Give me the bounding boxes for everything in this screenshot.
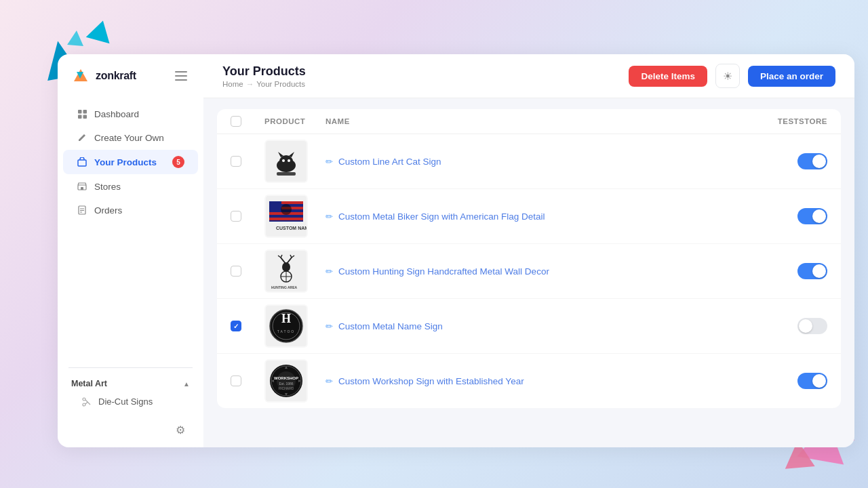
- app-logo-icon: [71, 66, 90, 85]
- row5-checkbox[interactable]: [231, 375, 241, 386]
- svg-rect-2: [78, 115, 82, 119]
- row4-toggle[interactable]: [797, 318, 827, 334]
- svg-text:CUSTOM NAME: CUSTOM NAME: [276, 226, 307, 230]
- row3-product-name: Custom Hunting Sign Handcrafted Metal Wa…: [338, 266, 549, 277]
- row1-edit-icon[interactable]: ✏: [326, 157, 333, 167]
- page-title: Your Products: [222, 64, 629, 79]
- products-label: Your Products: [94, 157, 157, 167]
- row3-checkbox[interactable]: [231, 266, 241, 277]
- app-name: zonkraft: [96, 70, 136, 82]
- svg-rect-29: [269, 201, 281, 212]
- row4-edit-icon[interactable]: ✏: [326, 321, 333, 331]
- main-container: zonkraft Dashboard Create Your Own: [58, 54, 854, 447]
- sidebar-item-products[interactable]: Your Products 5: [63, 150, 198, 174]
- row1-toggle[interactable]: [797, 153, 827, 169]
- dashboard-label: Dashboard: [94, 109, 139, 119]
- col-teststore: TESTSTORE: [746, 117, 827, 125]
- sidebar-item-die-cut-signs[interactable]: Die-Cut Signs: [63, 392, 198, 411]
- row2-product-name: Custom Metal Biker Sign with American Fl…: [338, 211, 545, 222]
- row1-product-name: Custom Line Art Cat Sign: [338, 157, 441, 167]
- row5-toggle[interactable]: [797, 373, 827, 389]
- products-card: PRODUCT NAME TESTSTORE: [217, 109, 841, 408]
- row2-checkbox-cell: [231, 211, 258, 222]
- row4-product-image: H TATOO: [264, 304, 308, 348]
- delete-items-button[interactable]: Delete Items: [629, 66, 707, 87]
- breadcrumb-home[interactable]: Home: [222, 80, 243, 88]
- svg-rect-4: [78, 160, 86, 166]
- chevron-up-icon: ▲: [183, 380, 190, 388]
- row3-checkbox-cell: [231, 266, 258, 277]
- settings-button[interactable]: ⚙: [171, 420, 190, 439]
- row5-image-cell: WORKSHOP Est. 1986 RICHARD: [264, 359, 319, 403]
- row3-edit-icon[interactable]: ✏: [326, 266, 333, 277]
- svg-text:H: H: [281, 312, 291, 325]
- table-header: PRODUCT NAME TESTSTORE: [217, 109, 841, 134]
- svg-rect-28: [269, 218, 303, 220]
- row2-toggle-cell: [746, 208, 827, 224]
- row2-product-image: CUSTOM NAME: [264, 195, 308, 238]
- row3-toggle[interactable]: [797, 263, 827, 279]
- products-badge: 5: [172, 156, 184, 168]
- breadcrumb: Home → Your Products: [222, 80, 629, 88]
- svg-point-30: [281, 204, 292, 215]
- stores-icon: [77, 181, 87, 192]
- row4-toggle-cell: [746, 318, 827, 334]
- sidebar-item-dashboard[interactable]: Dashboard: [63, 102, 198, 125]
- row5-product-image: WORKSHOP Est. 1986 RICHARD: [264, 359, 308, 403]
- svg-text:HUNTING AREA: HUNTING AREA: [271, 285, 298, 289]
- row4-checkbox[interactable]: [231, 321, 241, 331]
- theme-toggle-button[interactable]: ☀: [715, 64, 740, 88]
- row1-product-image: [264, 140, 308, 183]
- svg-point-11: [83, 398, 85, 401]
- row5-toggle-cell: [746, 373, 827, 389]
- table-row: HUNTING AREA ✏ Custom Hunting Sign Handc…: [217, 244, 841, 299]
- svg-point-12: [83, 403, 85, 406]
- row1-checkbox[interactable]: [231, 156, 241, 167]
- main-content: Your Products Home → Your Products Delet…: [203, 54, 854, 447]
- table-row: H TATOO ✏ Custom Metal Name Sign: [217, 299, 841, 354]
- svg-point-39: [282, 262, 290, 272]
- svg-rect-22: [277, 172, 296, 176]
- dashboard-icon: [77, 108, 87, 119]
- sidebar-item-stores[interactable]: Stores: [63, 175, 198, 198]
- orders-icon: [77, 205, 87, 216]
- row2-checkbox[interactable]: [231, 211, 241, 222]
- svg-text:TATOO: TATOO: [277, 329, 295, 333]
- row2-toggle[interactable]: [797, 208, 827, 224]
- row3-name-cell: ✏ Custom Hunting Sign Handcrafted Metal …: [326, 266, 739, 277]
- row5-edit-icon[interactable]: ✏: [326, 376, 333, 386]
- sidebar-item-orders[interactable]: Orders: [63, 199, 198, 222]
- svg-rect-0: [78, 110, 82, 114]
- row2-edit-icon[interactable]: ✏: [326, 211, 333, 222]
- hamburger-button[interactable]: [172, 68, 190, 83]
- sidebar-item-create[interactable]: Create Your Own: [63, 126, 198, 149]
- svg-text:WORKSHOP: WORKSHOP: [274, 376, 298, 380]
- metal-art-section: Metal Art ▲: [58, 373, 203, 391]
- row4-product-name: Custom Metal Name Sign: [338, 321, 443, 331]
- row5-product-name: Custom Workshop Sign with Established Ye…: [338, 376, 524, 386]
- row5-checkbox-cell: [231, 375, 258, 386]
- scissor-icon: [82, 397, 92, 407]
- sun-icon: ☀: [723, 70, 732, 83]
- svg-rect-3: [83, 115, 87, 119]
- row3-image-cell: HUNTING AREA: [264, 249, 319, 293]
- sidebar-logo-area: zonkraft: [58, 54, 203, 96]
- row1-toggle-cell: [746, 153, 827, 169]
- place-order-button[interactable]: Place an order: [748, 66, 835, 87]
- select-all-checkbox[interactable]: [231, 116, 241, 127]
- svg-point-20: [282, 159, 285, 162]
- row1-image-cell: [264, 140, 319, 183]
- row4-checkbox-cell: [231, 321, 258, 331]
- svg-text:RICHARD: RICHARD: [279, 386, 294, 390]
- sidebar-nav: Dashboard Create Your Own Your Products …: [58, 96, 203, 362]
- sidebar-divider: [68, 367, 193, 368]
- row3-product-image: HUNTING AREA: [264, 249, 308, 293]
- metal-art-label: Metal Art: [71, 379, 107, 388]
- row2-name-cell: ✏ Custom Metal Biker Sign with American …: [326, 211, 739, 222]
- row5-name-cell: ✏ Custom Workshop Sign with Established …: [326, 376, 739, 386]
- topbar: Your Products Home → Your Products Delet…: [203, 54, 854, 98]
- table-row: CUSTOM NAME ✏ Custom Metal Biker Sign wi…: [217, 189, 841, 244]
- table-row: WORKSHOP Est. 1986 RICHARD ✏ Custom Work…: [217, 354, 841, 408]
- table-row: ✏ Custom Line Art Cat Sign: [217, 134, 841, 189]
- create-label: Create Your Own: [94, 133, 164, 143]
